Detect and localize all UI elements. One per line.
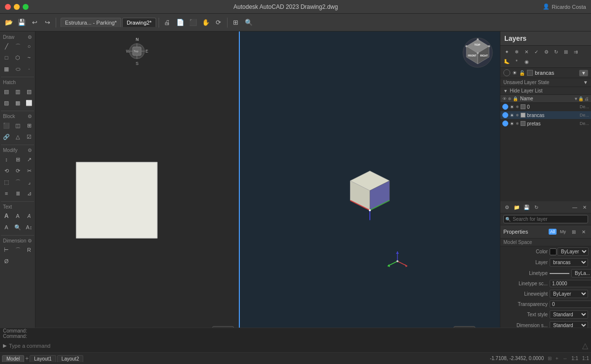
extend-btn[interactable]: ⬚: [1, 177, 12, 187]
block-xref-btn[interactable]: ☑: [24, 131, 34, 142]
snap-icon[interactable]: ⌖: [556, 356, 558, 362]
grid-icon[interactable]: ⊞: [548, 356, 552, 361]
insert-block-btn[interactable]: ⬛: [1, 120, 12, 131]
copy-btn[interactable]: ⊞: [12, 154, 23, 165]
modify-settings-icon[interactable]: ⚙: [28, 148, 32, 153]
hide-layer-list-row[interactable]: ▼ Hide Layer List: [500, 87, 591, 95]
layer-dropdown-btn[interactable]: ▼: [579, 70, 588, 76]
text-style-select[interactable]: Standard: [550, 310, 588, 319]
view3d-button[interactable]: ⬛: [187, 17, 199, 29]
trim-btn[interactable]: ✂: [24, 165, 34, 176]
chamfer-btn[interactable]: ⌟: [24, 177, 34, 187]
draw-settings-icon[interactable]: ⚙: [28, 34, 32, 40]
move-btn[interactable]: ↕: [1, 154, 12, 165]
layer-filter-btn[interactable]: ⊞: [561, 47, 570, 56]
command-input[interactable]: [9, 343, 580, 349]
layer-row[interactable]: ☀ ❄ brancas De...: [500, 111, 591, 120]
lbt-btn-3[interactable]: 💾: [522, 203, 531, 212]
hatch-btn-3[interactable]: ▧: [24, 86, 34, 97]
redo-button[interactable]: ↪: [41, 17, 53, 29]
hatch-tool[interactable]: ▦: [1, 63, 12, 74]
array-btn[interactable]: ≣: [12, 188, 23, 199]
block-edit-btn[interactable]: △: [12, 131, 23, 142]
stretch-btn[interactable]: ⊿: [24, 188, 34, 199]
layer-row[interactable]: ☀ ❄ pretas De...: [500, 120, 591, 128]
arc-tool[interactable]: ⌒: [12, 41, 23, 52]
layout1-tab[interactable]: Layout1: [30, 355, 56, 362]
circle-tool[interactable]: ○: [24, 41, 34, 52]
block-def-btn[interactable]: ◫: [12, 120, 23, 131]
close-button[interactable]: [5, 4, 11, 10]
dimension-settings-icon[interactable]: ⚙: [28, 238, 32, 243]
maximize-button[interactable]: [23, 4, 29, 10]
orbit-button[interactable]: ⟳: [213, 17, 225, 29]
block-settings-icon[interactable]: ⚙: [28, 114, 32, 119]
lbt-btn-1[interactable]: ⚙: [502, 203, 511, 212]
color-select[interactable]: ByLayer: [558, 247, 589, 256]
sort-icon[interactable]: ▼: [574, 96, 578, 101]
hatch-btn-4[interactable]: ▨: [1, 97, 12, 108]
layer-freeze-others-btn[interactable]: *: [512, 57, 521, 66]
rect-tool[interactable]: □: [1, 52, 12, 63]
text-find-btn[interactable]: 🔍: [12, 222, 23, 233]
offset-btn[interactable]: ≡: [1, 188, 12, 199]
open-file-button[interactable]: 📂: [3, 17, 15, 29]
polyline-tool[interactable]: ⬡: [12, 52, 23, 63]
lbt-btn-4[interactable]: ↻: [532, 203, 541, 212]
linetype-scale-input[interactable]: [550, 280, 591, 287]
text-scale-btn[interactable]: A↕: [24, 222, 34, 233]
prop-icon-btn-2[interactable]: ✕: [579, 227, 588, 236]
filter-my-btn[interactable]: My: [558, 229, 567, 235]
unsaved-dropdown-icon[interactable]: ▼: [583, 80, 588, 85]
save-button[interactable]: 💾: [16, 17, 28, 29]
scale-btn[interactable]: ⟳: [12, 165, 23, 176]
layer-new-btn[interactable]: ✦: [502, 47, 511, 56]
block-ref-btn[interactable]: ⊞: [24, 120, 34, 131]
hatch-btn-1[interactable]: ▤: [1, 86, 12, 97]
dim-angular-btn[interactable]: ⌒: [12, 244, 23, 255]
dim-radius-btn[interactable]: R: [24, 244, 34, 255]
search-layer-input[interactable]: [503, 215, 588, 223]
dim-diameter-btn[interactable]: Ø: [1, 256, 12, 267]
zoom-button[interactable]: 🔍: [243, 17, 255, 29]
lbt-minimize-btn[interactable]: —: [570, 203, 579, 212]
prop-icon-btn-1[interactable]: ⊞: [569, 227, 578, 236]
line-tool[interactable]: ╱: [1, 41, 12, 52]
viewport-right[interactable]: TOP FRONT RIGHT: [240, 31, 500, 338]
cmd-expand-btn[interactable]: △: [582, 341, 588, 350]
canvas-area[interactable]: N S E W Top WCS +: [35, 31, 500, 338]
add-tab-btn[interactable]: +: [25, 355, 29, 362]
undo-button[interactable]: ↩: [29, 17, 40, 29]
fillet-btn[interactable]: ⌒: [12, 177, 23, 187]
block-attr-btn[interactable]: 🔗: [1, 131, 12, 142]
text-stext-btn[interactable]: A: [12, 211, 23, 221]
linetype-select[interactable]: ByLa...: [571, 269, 591, 277]
layout2-tab[interactable]: Layout2: [57, 355, 84, 362]
pan-button[interactable]: ✋: [200, 17, 212, 29]
tab-parking[interactable]: Estrutura... - Parking*: [61, 18, 121, 27]
text-mtext-btn[interactable]: A: [1, 211, 12, 221]
mirror-btn[interactable]: ⟲: [1, 165, 12, 176]
layer-walk-btn[interactable]: 🦶: [502, 57, 511, 66]
toggle-triangle-icon[interactable]: ▼: [503, 89, 508, 93]
window-controls[interactable]: [5, 4, 29, 10]
layer-select[interactable]: brancas: [550, 258, 588, 267]
spline-tool[interactable]: ~: [24, 52, 34, 63]
layer-new-frozen-btn[interactable]: ❄: [512, 47, 521, 56]
lbt-close-btn[interactable]: ✕: [580, 203, 589, 212]
layer-settings-btn[interactable]: ⚙: [542, 47, 551, 56]
point-tool[interactable]: ·: [24, 63, 34, 74]
layer-current-btn[interactable]: ✓: [532, 47, 541, 56]
layer-refresh-btn[interactable]: ↻: [552, 47, 560, 56]
text-edit-btn[interactable]: A: [24, 211, 34, 221]
dim-linear-btn[interactable]: ⊢: [1, 244, 12, 255]
layer-isolate-btn[interactable]: ◉: [522, 57, 531, 66]
rotate-btn[interactable]: ↗: [24, 154, 34, 165]
nav-cube[interactable]: TOP FRONT RIGHT: [460, 35, 495, 71]
layer-row[interactable]: ☀ ❄ 0 De...: [500, 103, 591, 111]
view-button[interactable]: ⊞: [230, 17, 242, 29]
transparency-input[interactable]: [550, 301, 591, 308]
hatch-btn-6[interactable]: ⬜: [24, 97, 34, 108]
lbt-btn-2[interactable]: 📁: [512, 203, 521, 212]
filter-all-btn[interactable]: All: [549, 229, 557, 235]
